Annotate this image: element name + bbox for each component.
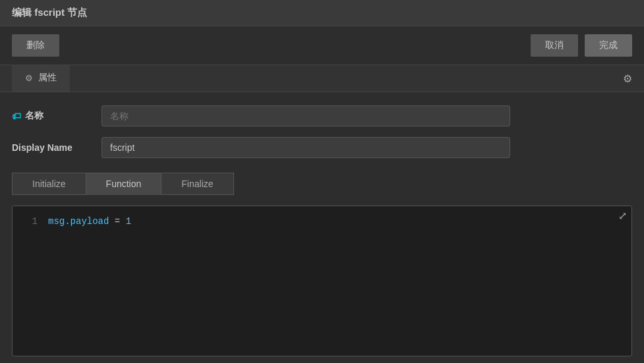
sub-tab-finalize-label: Finalize bbox=[181, 179, 213, 189]
sub-tab-initialize[interactable]: Initialize bbox=[12, 173, 86, 195]
tab-properties[interactable]: ⚙ 属性 bbox=[12, 65, 70, 92]
name-label-text: 名称 bbox=[25, 110, 44, 122]
tab-properties-label: 属性 bbox=[38, 72, 57, 84]
code-op-assign: = bbox=[115, 216, 126, 227]
sub-tab-function-label: Function bbox=[106, 179, 142, 189]
code-content-1: msg.payload = 1 bbox=[48, 214, 131, 229]
expand-icon[interactable]: ⤢ bbox=[618, 209, 627, 222]
delete-button[interactable]: 删除 bbox=[12, 34, 59, 57]
toolbar: 删除 取消 完成 bbox=[0, 26, 644, 65]
gear-settings-icon[interactable]: ⚙ bbox=[623, 72, 632, 85]
code-num-1: 1 bbox=[126, 216, 131, 227]
sub-tab-finalize[interactable]: Finalize bbox=[161, 173, 233, 195]
cancel-button[interactable]: 取消 bbox=[531, 34, 578, 57]
sub-tab-function[interactable]: Function bbox=[86, 173, 161, 195]
content-area: 🏷 名称 Display Name Initialize Function Fi… bbox=[0, 92, 644, 363]
toolbar-left: 删除 bbox=[12, 34, 59, 57]
tabs-left: ⚙ 属性 bbox=[12, 65, 70, 92]
display-name-input[interactable] bbox=[102, 137, 510, 158]
display-name-field-row: Display Name bbox=[12, 137, 632, 158]
code-editor[interactable]: 1 msg.payload = 1 bbox=[12, 206, 632, 356]
title-bar: 编辑 fscript 节点 bbox=[0, 0, 644, 26]
dialog-title: 编辑 fscript 节点 bbox=[12, 7, 87, 18]
line-number-1: 1 bbox=[19, 214, 38, 229]
dialog: 编辑 fscript 节点 删除 取消 完成 ⚙ 属性 ⚙ 🏷 名称 bbox=[0, 0, 644, 363]
code-line-1: 1 msg.payload = 1 bbox=[13, 214, 631, 229]
tag-icon: 🏷 bbox=[12, 111, 21, 121]
done-button[interactable]: 完成 bbox=[585, 34, 632, 57]
name-field-row: 🏷 名称 bbox=[12, 105, 632, 126]
name-label: 🏷 名称 bbox=[12, 110, 91, 122]
gear-tab-icon: ⚙ bbox=[25, 73, 33, 83]
main-tabs-row: ⚙ 属性 ⚙ bbox=[0, 65, 644, 92]
sub-tabs: Initialize Function Finalize bbox=[12, 173, 632, 195]
name-input[interactable] bbox=[102, 105, 510, 126]
display-name-label: Display Name bbox=[12, 142, 91, 153]
toolbar-right: 取消 完成 bbox=[531, 34, 632, 57]
code-var-msg: msg.payload bbox=[48, 216, 109, 227]
sub-tab-initialize-label: Initialize bbox=[32, 179, 66, 189]
code-area-wrapper: ⤢ 1 msg.payload = 1 bbox=[12, 206, 632, 356]
display-name-label-text: Display Name bbox=[12, 142, 73, 153]
